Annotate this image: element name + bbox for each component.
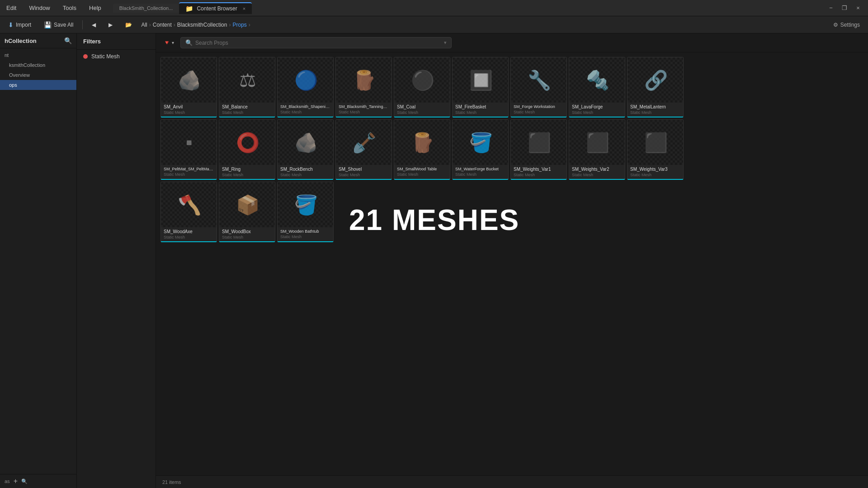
breadcrumb-content[interactable]: Content — [153, 22, 172, 28]
asset-sm-forge[interactable]: 🔧 SM_Forge Workstation Static Mesh — [510, 57, 567, 117]
filter-chevron: ▾ — [172, 40, 174, 45]
sidebar-header: hCollection 🔍 — [0, 33, 76, 48]
asset-thumb-shovel: 🪏 — [336, 120, 392, 165]
woodbox-icon: 📦 — [236, 194, 259, 216]
asset-sm-woodbox[interactable]: 📦 SM_WoodBox Static Mesh — [219, 182, 275, 242]
asset-sm-woodaxe[interactable]: 🪓 SM_WoodAxe Static Mesh — [160, 182, 217, 242]
close-button[interactable]: × — [852, 2, 864, 14]
sidebar-item-nt[interactable]: nt — [0, 50, 76, 60]
asset-sm-lavaforge[interactable]: 🔩 SM_LavaForge Static Mesh — [569, 57, 625, 117]
asset-sm-weights3[interactable]: ⬛ SM_Weights_Var3 Static Mesh — [627, 119, 684, 180]
asset-thumb-coal: ⚫ — [394, 57, 450, 103]
ring-icon: ⭕ — [236, 131, 259, 154]
filter-icon: 🔻 — [163, 39, 170, 46]
sidebar-item-overview[interactable]: Overview — [0, 70, 76, 80]
asset-sm-shovel[interactable]: 🪏 SM_Shovel Static Mesh — [335, 119, 392, 180]
asset-thumb-weights1: ⬛ — [511, 120, 567, 165]
asset-type-lavaforge: Static Mesh — [572, 110, 622, 115]
asset-name-balance: SM_Balance — [222, 104, 272, 109]
pelt-icon: ▪ — [186, 131, 193, 153]
filter-toggle-button[interactable]: 🔻 ▾ — [160, 38, 177, 48]
filter-static-mesh-label: Static Mesh — [91, 53, 120, 60]
asset-sm-bucket[interactable]: 🪣 SM_WaterForge Bucket Static Mesh — [452, 119, 509, 180]
asset-name-anvil: SM_Anvil — [164, 104, 214, 109]
asset-sm-woodtable[interactable]: 🪵 SM_SmallWood Table Static Mesh — [394, 119, 450, 180]
asset-sm-weights2[interactable]: ⬛ SM_Weights_Var2 Static Mesh — [569, 119, 625, 180]
settings-button[interactable]: ⚙ Settings — [830, 20, 863, 30]
asset-type-woodtable: Static Mesh — [397, 172, 447, 177]
sidebar-item-props[interactable]: ops — [0, 80, 76, 90]
sidebar-add-button[interactable]: + — [14, 477, 18, 485]
minimize-button[interactable]: − — [825, 2, 837, 14]
asset-sm-balance[interactable]: ⚖ SM_Balance Static Mesh — [219, 57, 275, 117]
asset-thumb-woodaxe: 🪓 — [161, 182, 217, 227]
main-layout: hCollection 🔍 nt ksmithCollection Overvi… — [0, 33, 868, 488]
asset-sm-bathtub[interactable]: 🪣 SM_Wooden Bathtub Static Mesh — [277, 182, 334, 242]
asset-thumb-lavaforge: 🔩 — [569, 57, 625, 103]
asset-sm-ring[interactable]: ⭕ SM_Ring Static Mesh — [219, 119, 275, 180]
woodtable-icon: 🪵 — [411, 131, 434, 154]
asset-type-bathtub: Static Mesh — [280, 235, 330, 239]
menu-edit[interactable]: Edit — [4, 3, 19, 13]
sidebar-search-icon[interactable]: 🔍 — [64, 37, 72, 44]
asset-thumb-bathtub: 🪣 — [278, 182, 334, 227]
sidebar-item-collection[interactable]: ksmithCollection — [0, 60, 76, 70]
asset-sm-firebasket[interactable]: 🔲 SM_FireBasket Static Mesh — [452, 57, 509, 117]
anvil-icon: 🪨 — [178, 69, 201, 91]
bucket-icon: 🪣 — [469, 131, 493, 154]
asset-thumb-weights3: ⬛ — [627, 120, 684, 165]
restore-button[interactable]: ❐ — [838, 2, 851, 14]
weights2-icon: ⬛ — [586, 131, 609, 154]
import-button[interactable]: ⬇ Import — [5, 19, 35, 30]
asset-name-bathtub: SM_Wooden Bathtub — [280, 229, 330, 234]
tab-close-button[interactable]: × — [243, 6, 245, 11]
search-bar[interactable]: 🔍 ▾ — [180, 37, 452, 48]
asset-type-woodbox: Static Mesh — [222, 235, 272, 239]
title-bar: Edit Window Tools Help BlackSmith_Collec… — [0, 0, 868, 16]
asset-sm-tanning[interactable]: 🪵 SM_Blacksmith_TanningRack Static Mesh — [335, 57, 392, 117]
asset-sm-coal[interactable]: ⚫ SM_Coal Static Mesh — [394, 57, 450, 117]
asset-thumb-weights2: ⬛ — [569, 120, 625, 165]
weights3-icon: ⬛ — [644, 131, 668, 154]
tab-blacksmith[interactable]: BlackSmith_Collection... — [113, 4, 179, 13]
breadcrumb-props[interactable]: Props — [232, 22, 246, 28]
folder-button[interactable]: 📂 — [122, 20, 136, 30]
menu-window[interactable]: Window — [26, 3, 52, 13]
filter-dot — [83, 54, 88, 59]
asset-type-woodaxe: Static Mesh — [164, 235, 214, 239]
nav-back-button[interactable]: ◀ — [88, 20, 99, 30]
shapening-icon: 🔵 — [294, 69, 318, 91]
woodaxe-icon: 🪓 — [178, 194, 201, 216]
menu-tools[interactable]: Tools — [60, 3, 79, 13]
content-browser-icon: 📁 — [185, 5, 193, 12]
save-all-button[interactable]: 💾 Save All — [40, 19, 77, 30]
bathtub-icon: 🪣 — [294, 194, 318, 216]
filter-static-mesh[interactable]: Static Mesh — [77, 50, 156, 63]
asset-thumb-rockbench: 🪨 — [278, 120, 334, 165]
item-count-label: 21 items — [162, 479, 181, 485]
asset-name-weights2: SM_Weights_Var2 — [572, 167, 622, 172]
tab-content-browser[interactable]: 📁 Content Browser × — [179, 2, 252, 14]
asset-sm-rockbench[interactable]: 🪨 SM_RockBench Static Mesh — [277, 119, 334, 180]
asset-thumb-lantern: 🔗 — [627, 57, 684, 103]
menu-help[interactable]: Help — [86, 3, 104, 13]
asset-thumb-forge: 🔧 — [511, 57, 567, 103]
asset-thumb-shapening: 🔵 — [278, 57, 334, 103]
sidebar-tree: nt ksmithCollection Overview ops — [0, 48, 76, 474]
asset-sm-shapening[interactable]: 🔵 SM_Blacksmith_ShapeningStone Static Me… — [277, 57, 334, 117]
breadcrumb-all[interactable]: All — [141, 22, 147, 28]
asset-sm-pelt[interactable]: ▪ SM_PeltMat_SM_PeltMat_UV Static Mesh — [160, 119, 217, 180]
search-dropdown-icon[interactable]: ▾ — [444, 40, 447, 46]
main-toolbar: ⬇ Import 💾 Save All ◀ ▶ 📂 All › Content … — [0, 16, 868, 33]
row3-and-count: 🪓 SM_WoodAxe Static Mesh 📦 SM_W — [160, 182, 863, 258]
asset-name-lavaforge: SM_LavaForge — [572, 104, 622, 109]
asset-sm-lantern[interactable]: 🔗 SM_MetalLantern Static Mesh — [627, 57, 684, 117]
nav-forward-button[interactable]: ▶ — [105, 20, 116, 30]
asset-sm-anvil[interactable]: 🪨 SM_Anvil Static Mesh — [160, 57, 217, 117]
sidebar-bottom-search-icon[interactable]: 🔍 — [21, 479, 28, 484]
mesh-count-area: 21 MESHES — [335, 182, 863, 258]
breadcrumb-collection[interactable]: BlacksmithCollection — [177, 22, 227, 28]
search-input[interactable] — [195, 40, 441, 46]
asset-sm-weights1[interactable]: ⬛ SM_Weights_Var1 Static Mesh — [510, 119, 567, 180]
asset-thumb-tanning: 🪵 — [336, 57, 392, 103]
